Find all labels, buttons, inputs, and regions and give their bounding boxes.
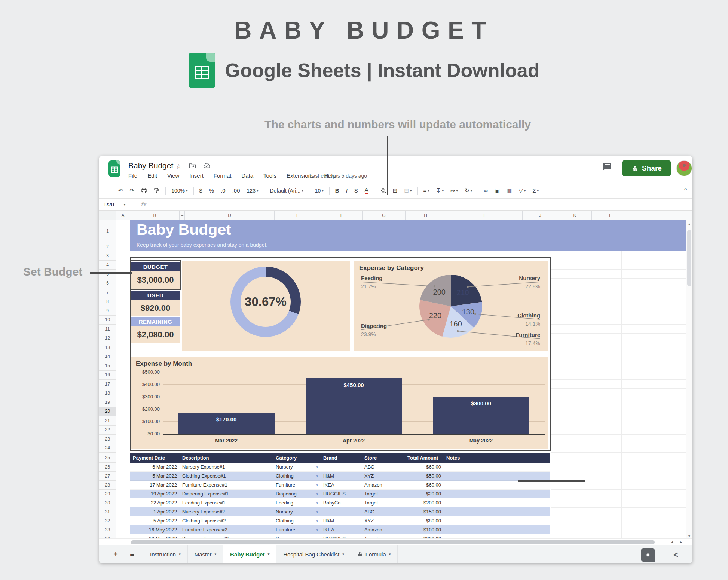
table-row[interactable]: 22 Apr 2022Feeding Expense#1Feeding▾Baby… [130,498,550,507]
cell-description[interactable]: Feeding Expense#1 [180,498,273,507]
row-header-23[interactable]: 23 [99,435,116,444]
row-header-5[interactable]: 5 [99,270,116,279]
budget-value-cell[interactable]: $3,000.00 [131,271,180,289]
row-header-15[interactable]: 15 [99,361,116,371]
increase-decimal-icon[interactable]: .00 [229,185,244,196]
donut-chart-panel[interactable]: 30.67% [182,261,350,351]
vertical-align-icon[interactable]: ↧▾ [433,185,447,196]
undo-icon[interactable]: ↶ [115,185,126,196]
tab-hospital-bag-checklist[interactable]: Hospital Bag Checklist▾ [276,545,351,563]
row-header-29[interactable]: 29 [99,490,116,498]
star-icon[interactable]: ☆ [176,163,181,171]
menu-format[interactable]: Format [214,172,232,179]
share-button[interactable]: Share [622,160,671,176]
merge-cells-icon[interactable]: ⊟▾ [401,185,415,196]
tab-formula[interactable]: Formula▾ [351,545,398,563]
cell-total-amount[interactable]: $200.00 [405,498,444,507]
grid-corner[interactable] [99,211,116,220]
cell-notes[interactable] [444,463,550,471]
cell-description[interactable]: Clothing Expense#1 [180,472,273,480]
row-header-9[interactable]: 9 [99,306,116,316]
cell-payment-date[interactable]: 19 Apr 2022 [130,490,180,498]
tab-instruction[interactable]: Instruction▾ [143,545,188,563]
row-header-1[interactable]: 1 [99,220,116,242]
tab-menu-icon[interactable]: ▾ [215,552,217,556]
cell-description[interactable]: Nursery Expense#2 [180,507,273,516]
cell-payment-date[interactable]: 5 Mar 2022 [130,472,180,480]
text-rotation-icon[interactable]: ↻▾ [461,185,475,196]
tab-menu-icon[interactable]: ▾ [268,552,270,556]
print-icon[interactable] [138,185,150,196]
scroll-right-icon[interactable]: ▸ [680,540,682,544]
cell-description[interactable]: Diapering Expense#1 [180,490,273,498]
column-header-K[interactable]: K [558,211,592,220]
row-header-13[interactable]: 13 [99,343,116,352]
cell-notes[interactable] [444,507,550,516]
cell-brand[interactable]: IKEA [321,481,362,489]
cell-notes[interactable] [444,481,550,489]
cell-notes[interactable] [444,516,550,525]
cell-brand[interactable]: H&M [321,472,362,480]
horizontal-scroll-thumb[interactable] [131,540,655,544]
cell-store[interactable]: Target [362,498,405,507]
cell-payment-date[interactable]: 6 Mar 2022 [130,463,180,471]
cell-brand[interactable]: IKEA [321,525,362,534]
row-header-11[interactable]: 11 [99,325,116,334]
cell-total-amount[interactable]: $100.00 [405,525,444,534]
cell-brand[interactable]: H&M [321,516,362,525]
decrease-decimal-icon[interactable]: .0 [217,185,229,196]
last-edit-link[interactable]: Last edit was 5 days ago [309,173,367,179]
category-dropdown-icon[interactable]: ▾ [316,465,318,469]
row-header-22[interactable]: 22 [99,426,116,435]
cell-category[interactable]: Clothing▾ [273,472,321,480]
scroll-left-icon[interactable]: ◂ [671,540,673,544]
row-header-26[interactable]: 26 [99,463,116,472]
row-header-19[interactable]: 19 [99,398,116,407]
bar-chart-panel[interactable]: Expense by Month $500.00$400.00$300.00$2… [131,357,548,449]
column-header-I[interactable]: I [446,211,523,220]
row-header-12[interactable]: 12 [99,334,116,343]
menu-file[interactable]: File [128,172,137,179]
format-currency-icon[interactable]: $ [196,185,206,196]
zoom-selector[interactable]: 100%▾ [168,185,191,196]
cell-notes[interactable] [444,498,550,507]
cell-store[interactable]: ABC [362,507,405,516]
text-color-icon[interactable]: A [361,185,372,196]
category-dropdown-icon[interactable]: ▾ [316,510,318,514]
row-header-20[interactable]: 20 [99,407,116,417]
cell-brand[interactable] [321,507,362,516]
account-avatar[interactable] [676,160,692,176]
cell-description[interactable]: Furniture Expense#1 [180,481,273,489]
row-header-16[interactable]: 16 [99,371,116,380]
format-percent-icon[interactable]: % [206,185,217,196]
cell-notes[interactable] [444,525,550,534]
cell-store[interactable]: Amazon [362,481,405,489]
column-header-E[interactable]: E [275,211,321,220]
cell-category[interactable]: Furniture▾ [273,525,321,534]
cell-brand[interactable]: HUGGIES [321,490,362,498]
row-header-25[interactable]: 25 [99,453,116,463]
row-header-18[interactable]: 18 [99,389,116,398]
category-dropdown-icon[interactable]: ▾ [316,474,318,478]
cell-total-amount[interactable]: $50.00 [405,472,444,480]
vertical-scrollbar[interactable]: ▴ ▾ [686,220,692,540]
cell-payment-date[interactable]: 5 Apr 2022 [130,516,180,525]
name-box[interactable]: R20▾ [99,202,135,208]
cell-store[interactable]: Target [362,490,405,498]
table-row[interactable]: 19 Apr 2022Diapering Expense#1Diapering▾… [130,490,550,498]
column-header-F[interactable]: F [321,211,363,220]
side-panel-chevron[interactable]: < [673,550,678,560]
cell-category[interactable]: Furniture▾ [273,481,321,489]
cell-category[interactable]: Clothing▾ [273,516,321,525]
italic-icon[interactable]: I [343,185,351,196]
comment-history-icon[interactable] [602,162,612,173]
menu-view[interactable]: View [167,172,179,179]
functions-icon[interactable]: Σ▾ [529,185,542,196]
vertical-scroll-thumb[interactable] [687,230,691,286]
category-dropdown-icon[interactable]: ▾ [316,492,318,496]
row-header-6[interactable]: 6 [99,279,116,288]
redo-icon[interactable]: ↷ [126,185,138,196]
cell-store[interactable]: Amazon [362,525,405,534]
tab-menu-icon[interactable]: ▾ [389,552,391,556]
cell-payment-date[interactable]: 22 Apr 2022 [130,498,180,507]
